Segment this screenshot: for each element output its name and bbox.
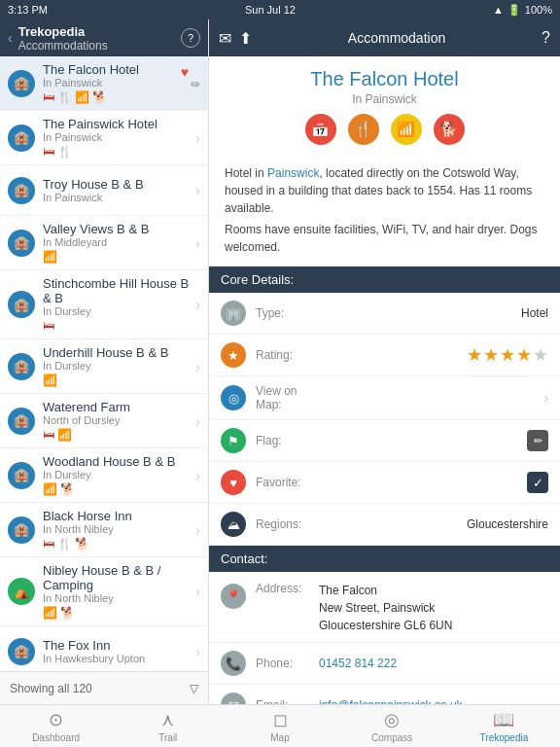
bed-icon: 🛏 [43, 145, 54, 159]
hotel-icon: 🏨 [8, 70, 35, 97]
bed-icon: 🛏 [43, 428, 54, 442]
stars-display: ★ ★ ★ ★ ★ [467, 344, 548, 366]
map-nav-icon: ◻ [273, 709, 288, 730]
item-location: In Dursley [43, 469, 192, 480]
wifi-icon: 📶 [391, 114, 422, 145]
list-item[interactable]: 🏨 Troy House B & B In Painswick › [0, 165, 208, 216]
header-icons-right: ? [542, 29, 550, 47]
address-value: The FalconNew Street, PainswickGlouceste… [319, 582, 548, 634]
description-line1: Hotel in Painswick, located directly on … [225, 164, 544, 217]
rating-row: ★ Rating: ★ ★ ★ ★ ★ [209, 335, 560, 376]
item-location: In Dursley [43, 305, 192, 317]
list-item[interactable]: 🏨 The Fox Inn In Hawkesbury Upton › [0, 626, 208, 671]
chevron-icon: › [195, 413, 200, 429]
list-item[interactable]: 🏨 Black Horse Inn In North Nibley 🛏 🍴 🐕 … [0, 503, 208, 557]
dog-icon: 🐕 [75, 537, 89, 551]
bottom-nav: ⊙ Dashboard ⋏ Trail ◻ Map ◎ Compass 📖 Tr… [0, 704, 560, 747]
phone-row: 📞 Phone: 01452 814 222 [209, 643, 560, 685]
nav-trekopedia[interactable]: 📖 Trekopedia [448, 705, 560, 747]
hotel-title-section: The Falcon Hotel In Painswick 📅 🍴 📶 🐕 [209, 56, 560, 160]
nav-compass[interactable]: ◎ Compass [336, 705, 448, 747]
wifi-tag-icon: 📶 [57, 428, 72, 442]
address-row: 📍 Address: The FalconNew Street, Painswi… [209, 572, 560, 643]
address-label: Address: [256, 582, 319, 595]
list-item[interactable]: 🏨 Underhill House B & B In Dursley 📶 › [0, 339, 208, 394]
list-item[interactable]: ⛺ Nibley House B & B / Camping In North … [0, 557, 208, 626]
hotel-location: In Painswick [225, 92, 544, 106]
message-button[interactable]: ✉ [219, 29, 231, 48]
item-location: In Hawkesbury Upton [43, 653, 192, 664]
item-location: In North Nibley [43, 592, 192, 604]
list-item[interactable]: 🏨 Stinchcombe Hill House B & B In Dursle… [0, 270, 208, 339]
item-tags: 🛏 🍴 [43, 145, 192, 159]
help-button-right[interactable]: ? [542, 29, 550, 47]
star4: ★ [516, 344, 532, 366]
dashboard-label: Dashboard [32, 732, 80, 743]
chevron-icon: › [195, 468, 200, 483]
phone-icon: 📞 [221, 651, 246, 676]
wifi-tag-icon: 📶 [75, 90, 89, 104]
chevron-icon: › [195, 235, 200, 251]
chevron-icon: › [195, 130, 200, 146]
star2: ★ [483, 344, 499, 366]
heart-icon: ♥ [181, 64, 189, 80]
hotel-description: Hotel in Painswick, located directly on … [209, 160, 560, 267]
phone-value[interactable]: 01452 814 222 [319, 657, 548, 670]
item-tags: 🛏 🍴 📶 🐕 [43, 90, 192, 104]
map-row[interactable]: ◎ View on Map: › [209, 376, 560, 420]
rating-label: Rating: [256, 348, 319, 362]
item-name: The Fox Inn [43, 638, 192, 653]
item-tags: 🛏 [43, 319, 192, 333]
item-name: Black Horse Inn [43, 509, 192, 523]
star3: ★ [500, 344, 515, 366]
share-button[interactable]: ⬆ [239, 29, 252, 48]
battery-icon: 🔋 [508, 4, 521, 17]
regions-label: Regions: [256, 517, 319, 531]
favorite-icon: ♥ [221, 470, 246, 495]
status-bar: 3:13 PM Sun Jul 12 ▲ 🔋 100% [0, 0, 560, 19]
type-row: 🏢 Type: Hotel [209, 293, 560, 335]
help-button[interactable]: ? [181, 28, 200, 48]
bed-icon: 🛏 [43, 319, 54, 333]
list-item[interactable]: 🏨 The Falcon Hotel In Painswick 🛏 🍴 📶 🐕 … [0, 56, 208, 111]
hotel-name: The Falcon Hotel [225, 68, 544, 90]
list-item[interactable]: 🏨 Valley Views B & B In Middleyard 📶 › [0, 216, 208, 270]
star5: ★ [533, 344, 548, 366]
dog-icon: 🐕 [60, 606, 75, 620]
address-icon: 📍 [221, 584, 246, 609]
item-location: In Painswick [43, 192, 192, 203]
hotel-icon: 🏨 [8, 462, 35, 489]
hotel-icon: 🏨 [8, 353, 35, 380]
wifi-tag-icon: 📶 [43, 250, 57, 264]
hotel-icon: 🏨 [8, 516, 35, 544]
compass-label: Compass [371, 732, 412, 743]
list-item[interactable]: 🏨 Waterend Farm North of Dursley 🛏 📶 › [0, 394, 208, 448]
filter-icon[interactable]: ▽ [190, 682, 198, 695]
favorite-row: ♥ Favorite: ✓ [209, 462, 560, 504]
list-item[interactable]: 🏨 Woodland House B & B In Dursley 📶 🐕 › [0, 448, 208, 503]
item-tags: 📶 🐕 [43, 482, 192, 496]
nav-dashboard[interactable]: ⊙ Dashboard [0, 705, 112, 747]
phone-label: Phone: [256, 657, 319, 670]
item-location: North of Dursley [43, 414, 192, 426]
item-tags: 🛏 🍴 🐕 [43, 537, 192, 551]
nav-map[interactable]: ◻ Map [224, 705, 335, 747]
map-chevron-icon: › [543, 390, 548, 406]
nav-trail[interactable]: ⋏ Trail [112, 705, 224, 747]
wifi-icon: ▲ [493, 4, 504, 16]
flag-pencil-icon[interactable]: ✏ [527, 430, 548, 451]
list-footer: Showing all 120 ▽ [0, 671, 208, 704]
favorite-check-icon[interactable]: ✓ [527, 472, 548, 493]
item-name: Stinchcombe Hill House B & B [43, 276, 192, 305]
item-tags: 📶 [43, 250, 192, 264]
fork-icon: 🍴 [348, 114, 379, 145]
description-line2: Rooms have ensuite facilities, WiFi, TV,… [225, 221, 544, 256]
back-arrow-icon[interactable]: ‹ [8, 30, 13, 46]
contact-header: Contact: [209, 546, 560, 572]
location-link[interactable]: Painswick [267, 166, 319, 180]
list-item[interactable]: 🏨 The Painswick Hotel In Painswick 🛏 🍴 › [0, 111, 208, 165]
compass-icon: ◎ [384, 709, 400, 730]
favorite-label: Favorite: [256, 476, 319, 489]
right-header-title: Accommodation [252, 30, 542, 46]
item-location: In Painswick [43, 131, 192, 143]
